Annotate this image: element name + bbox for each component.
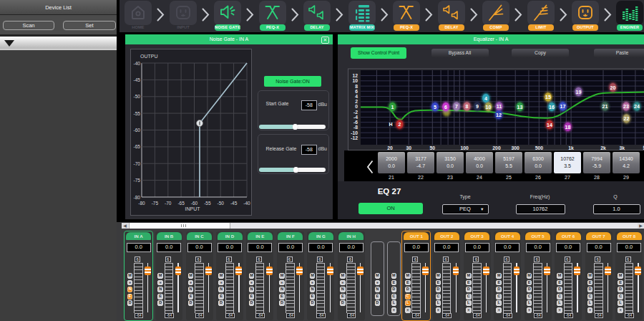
svg-text:16: 16 [549,105,555,110]
svg-text:4: 4 [484,96,487,101]
svg-text:-12: -12 [351,135,358,140]
svg-text:2: 2 [355,99,358,104]
svg-text:100: 100 [460,145,469,150]
svg-text:INPUT: INPUT [185,206,201,211]
svg-text:20: 20 [610,85,616,90]
svg-text:10: 10 [352,78,358,83]
svg-text:3k: 3k [619,145,625,150]
svg-text:-45: -45 [230,201,238,206]
svg-text:4: 4 [355,94,358,99]
svg-text:1k: 1k [568,145,574,150]
svg-text:14: 14 [547,123,552,128]
svg-text:-40: -40 [243,201,250,206]
svg-text:11: 11 [497,104,502,109]
svg-text:H: H [389,122,392,127]
svg-text:0: 0 [355,104,358,109]
svg-text:8: 8 [355,84,358,89]
svg-text:2: 2 [399,122,401,127]
svg-text:7: 7 [455,104,458,109]
svg-text:18: 18 [565,125,571,130]
svg-text:30: 30 [406,145,411,150]
svg-text:-6: -6 [353,120,358,125]
svg-text:-55: -55 [134,111,141,116]
svg-text:2k: 2k [600,145,606,150]
svg-text:200: 200 [492,145,501,150]
svg-text:-80: -80 [138,201,145,206]
svg-text:300: 300 [512,145,520,150]
svg-text:12: 12 [496,112,502,118]
svg-text:24: 24 [634,104,640,109]
svg-text:-70: -70 [165,201,172,206]
svg-text:-45: -45 [134,77,141,82]
svg-text:23: 23 [623,104,629,109]
svg-text:-70: -70 [134,161,141,166]
svg-text:6: 6 [355,89,358,94]
svg-text:-10: -10 [351,130,358,135]
svg-text:22: 22 [624,116,630,121]
svg-text:19: 19 [576,90,582,95]
svg-text:-55: -55 [204,201,211,206]
svg-text:-75: -75 [152,201,159,206]
svg-text:-60: -60 [191,201,198,206]
svg-text:8: 8 [466,104,469,109]
svg-text:13: 13 [517,105,523,110]
svg-text:-2: -2 [353,110,358,115]
svg-text:15: 15 [545,95,551,100]
svg-text:OUTPU: OUTPU [140,54,158,59]
svg-text:9: 9 [476,104,479,109]
svg-text:20: 20 [387,145,393,150]
svg-text:-4: -4 [353,115,358,120]
svg-text:-50: -50 [217,201,224,206]
svg-text:17: 17 [560,104,566,109]
svg-text:1: 1 [391,105,394,110]
svg-text:21: 21 [602,104,608,109]
svg-text:-50: -50 [134,94,141,99]
svg-text:6: 6 [444,105,447,110]
svg-text:-75: -75 [134,178,141,183]
svg-text:10: 10 [486,105,492,110]
svg-text:12: 12 [352,73,358,78]
svg-text:50: 50 [430,145,436,150]
svg-text:-65: -65 [177,201,185,206]
svg-text:-65: -65 [134,144,141,149]
svg-text:500: 500 [535,145,544,150]
svg-text:-80: -80 [134,195,141,200]
svg-text:-40: -40 [134,61,141,66]
svg-text:-60: -60 [134,128,141,133]
svg-text:5: 5 [434,105,436,110]
svg-text:-8: -8 [353,125,358,130]
